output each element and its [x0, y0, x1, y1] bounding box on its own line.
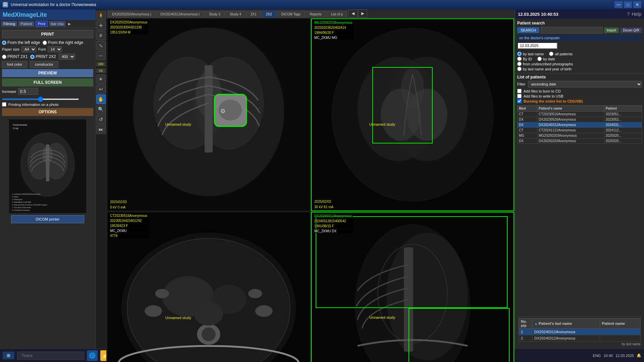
titlebar-controls[interactable]: — □ ✕ [614, 1, 641, 8]
tab-dicom-tags[interactable]: DICOM Tags [277, 11, 305, 17]
tab-bar: DX20250203Anonymous | DX20240312Anonymou… [106, 9, 515, 18]
radio-by-date[interactable]: by date [537, 57, 555, 61]
add-usb-checkbox[interactable] [517, 94, 522, 98]
table-row[interactable]: DX DX20250203Anonymous 2025020... [518, 138, 642, 144]
image-cell-3[interactable]: CT20230516Anonymous 20230516423401292 19… [107, 212, 310, 362]
radio-by-last-name[interactable]: by last name [517, 52, 544, 56]
tool-hash-icon[interactable]: # [96, 31, 106, 40]
table-row[interactable]: CT CT20230516Anonymous 2023051... [518, 112, 642, 117]
tool-human-icon[interactable]: 🧍 [96, 11, 106, 20]
preview-image: Поликлиника X-ray [9, 119, 86, 213]
cell4-info: DX20240312Anonymous 20240312815400542 19… [313, 214, 353, 234]
cell1-birth-sex: 1951/10/04 M [109, 30, 149, 35]
font-select[interactable]: 141216 [48, 46, 62, 52]
close-button[interactable]: ✕ [633, 1, 641, 8]
filter-select[interactable]: ascending date descending date [528, 81, 642, 87]
tab-2x2[interactable]: 2X2 [262, 11, 276, 17]
tool-brightness-icon[interactable]: ☀ [96, 74, 106, 84]
cell-patient-id: 2023052... [604, 117, 642, 122]
increase-label: Increase [2, 89, 16, 94]
svg-point-40 [155, 289, 169, 298]
tab-reports[interactable]: Reports [306, 11, 326, 17]
radio-from-undescribed[interactable]: from undescribed photographs [517, 62, 642, 66]
table-row-highlighted[interactable]: DX DX20240312Anonymous 2024031... [518, 122, 642, 128]
dicom-printer-button[interactable]: DICOM printer [11, 215, 84, 223]
taskbar-edge-button[interactable]: 🌐 [87, 350, 98, 361]
start-button[interactable]: ⊞ [3, 352, 14, 359]
help-icon-btn[interactable]: ? [627, 11, 630, 17]
tab-dx20240312[interactable]: DX20240312Anonymous | [156, 11, 204, 17]
tab-study3[interactable]: Study 3 [205, 11, 225, 17]
cell4-dept: MC_ZKMU DX [313, 229, 353, 233]
tool-move-icon[interactable]: ↔ [96, 51, 106, 60]
radio-print-2x1[interactable]: PRINT 2X1 [2, 54, 28, 59]
cell3-accession: 20230516423401292 [109, 219, 149, 223]
cell2-date: 2025/02/03 [313, 199, 332, 204]
printing-info-checkbox[interactable] [2, 102, 6, 107]
image-cell-1[interactable]: DX20250203Anonymous 20250203004301336 19… [107, 18, 310, 211]
svg-text:4. DateofBirth 11.08.1991: 4. DateofBirth 11.08.1991 [12, 201, 31, 203]
tab-study4[interactable]: Study 4 [225, 11, 246, 17]
cell3-code: 4778 [109, 234, 149, 238]
minimize-button[interactable]: — [614, 1, 623, 8]
svg-point-38 [145, 305, 162, 317]
radio-from-left[interactable]: From the left edge [2, 40, 40, 45]
tool-zoom-icon[interactable]: 🔍 [96, 105, 106, 114]
tab-filming[interactable]: Filming [1, 21, 17, 26]
cell-mod: CT [518, 128, 537, 133]
help-button[interactable]: Help [632, 11, 641, 17]
font-color-button[interactable]: font color [2, 61, 27, 68]
svg-text:7. Full name of the doctor: 7. Full name of the doctor [12, 206, 31, 208]
tab-print[interactable]: Print [36, 21, 48, 27]
search-button[interactable]: SEARCH [517, 27, 539, 33]
tab-list-of-p[interactable]: List of p [327, 11, 347, 17]
tab-prev-btn[interactable]: ◀ [348, 9, 358, 17]
fullscreen-button[interactable]: FULL SCREEN [2, 78, 93, 86]
cell-mod: MG [518, 133, 537, 138]
add-cd-checkbox[interactable] [517, 89, 522, 93]
search-date-input[interactable] [517, 42, 557, 49]
tool-back-icon[interactable]: ↩ [96, 84, 106, 94]
dicom-qr-button[interactable]: Dicom Q/R [620, 27, 642, 33]
tab-2x1[interactable]: 2X1 [246, 11, 261, 17]
cell1-xray: ⊙ [107, 19, 310, 211]
table-row[interactable]: MG MG20250203Anonymous 2025020... [518, 133, 642, 138]
tool-rotate-icon[interactable]: ↺ [96, 115, 106, 124]
import-button[interactable]: Import [604, 27, 619, 33]
radio-print-2x2[interactable]: PRINT 2X2 [30, 54, 56, 59]
right-panel-header: 12.03.2025 10:40:53 ? Help [515, 9, 644, 19]
cell2-birth-sex: 1984/06/20 F [313, 31, 354, 35]
radio-by-id[interactable]: By ID [517, 57, 532, 61]
taskbar-search[interactable] [17, 352, 84, 360]
tab-barcha[interactable]: bar cha [49, 21, 65, 26]
image-cell-2[interactable]: MG20250203Anonymous 20250203620402414 19… [311, 18, 514, 211]
tab-patient[interactable]: Patient [18, 21, 34, 26]
search-input[interactable] [541, 27, 603, 34]
tab-more[interactable]: ▶ [67, 21, 72, 27]
svg-point-37 [202, 327, 216, 341]
constructor-button[interactable]: constructor [30, 61, 58, 68]
name-table-row-1[interactable]: 1 DX20240312Anonymous [519, 329, 641, 335]
increase-slider[interactable] [2, 99, 79, 100]
burning-checkbox[interactable] [517, 99, 522, 103]
tool-hand-icon[interactable]: ✋ [96, 95, 106, 104]
tool-forward-icon[interactable]: ⏭ [96, 125, 106, 134]
options-button[interactable]: OPTIONS [2, 108, 93, 116]
paper-select[interactable]: A4A3 [21, 46, 36, 52]
radio-by-last-name-year[interactable]: by last name and year of birth [517, 67, 642, 71]
name-table-row-2[interactable]: 2 DX20240312Anonymous [519, 335, 641, 342]
table-row[interactable]: DX DX20230526Anonymous 2023052... [518, 117, 642, 122]
tab-next-btn[interactable]: ▶ [358, 9, 367, 17]
tool-crosshair-icon[interactable]: ✛ [96, 21, 106, 30]
tab-dx20250203[interactable]: DX20250203Anonymous | [108, 11, 156, 17]
radio-from-right[interactable]: From the right edge [43, 40, 83, 45]
zoom-select[interactable]: 400200100 [59, 54, 75, 60]
tool-resize-icon[interactable]: ⤡ [96, 41, 106, 50]
right-main: 12.03.2025 10:40:53 ? Help Patient searc… [515, 9, 644, 349]
table-row[interactable]: CT CT20241121Anonymous 2024112... [518, 128, 642, 133]
increase-input[interactable] [18, 88, 38, 95]
maximize-button[interactable]: □ [624, 1, 632, 8]
image-cell-4[interactable]: DX20240312Anonymous 20240312815400542 19… [311, 212, 514, 362]
preview-button[interactable]: PREVIEW [2, 69, 93, 77]
radio-all-patients[interactable]: all patients [549, 52, 573, 56]
